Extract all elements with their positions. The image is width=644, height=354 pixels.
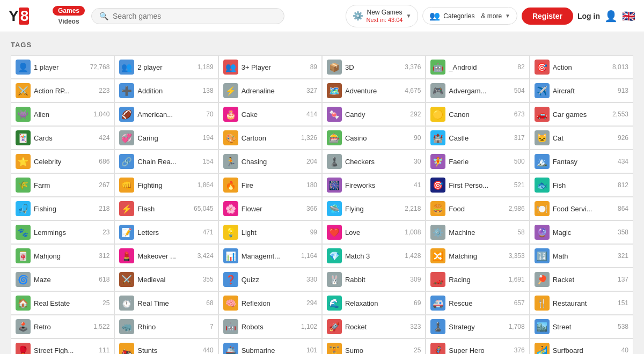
tag-name: Stunts bbox=[137, 346, 199, 355]
tag-item[interactable]: 🏰Castle317 bbox=[426, 127, 529, 149]
tag-item[interactable]: 🤖_Android82 bbox=[426, 56, 529, 78]
tag-item[interactable]: 🏈American...70 bbox=[115, 103, 217, 126]
tag-item[interactable]: 📦3D3,376 bbox=[323, 56, 425, 78]
tag-item[interactable]: 🌀Maze618 bbox=[11, 268, 114, 291]
tag-item[interactable]: 👤1 player72,768 bbox=[11, 56, 114, 78]
tag-item[interactable]: ⭐Celebrity686 bbox=[11, 150, 114, 173]
tag-item[interactable]: 🍔Food2,986 bbox=[426, 197, 529, 220]
tag-item[interactable]: 🃏Cards424 bbox=[11, 127, 114, 149]
tag-icon: 🚗 bbox=[535, 107, 550, 122]
tag-item[interactable]: 📝Letters471 bbox=[115, 221, 217, 244]
tag-item[interactable]: 🎆Fireworks41 bbox=[323, 174, 425, 196]
tag-item[interactable]: 🌸Flower366 bbox=[219, 197, 321, 220]
search-input[interactable] bbox=[113, 12, 276, 20]
tag-item[interactable]: 🐾Lemmings23 bbox=[11, 221, 114, 244]
tag-name: Makeover ... bbox=[137, 252, 194, 260]
tag-item[interactable]: 🏔️Fantasy434 bbox=[530, 150, 633, 173]
tag-item[interactable]: 🏙️Street538 bbox=[530, 315, 633, 338]
tag-item[interactable]: 💞Caring194 bbox=[115, 127, 217, 149]
tag-item[interactable]: 🎯Action8,013 bbox=[530, 56, 633, 78]
tag-item[interactable]: 🚢Submarine101 bbox=[219, 339, 321, 354]
tag-item[interactable]: ⏱️Real Time68 bbox=[115, 292, 217, 314]
tag-item[interactable]: 🛸Flying2,218 bbox=[323, 197, 425, 220]
tag-item[interactable]: 🔢Math321 bbox=[530, 245, 633, 267]
tag-name: Fighting bbox=[137, 181, 194, 189]
tag-item[interactable]: 🀄Mahjong312 bbox=[11, 245, 114, 267]
tag-item[interactable]: 🎮Advergam...504 bbox=[426, 79, 529, 102]
categories-button[interactable]: 👥 Categories & more ▼ bbox=[422, 7, 517, 25]
tag-item[interactable]: 🎣Fishing218 bbox=[11, 197, 114, 220]
tag-item[interactable]: ⚔️Action RP...223 bbox=[11, 79, 114, 102]
tag-item[interactable]: 💎Match 31,428 bbox=[323, 245, 425, 267]
tag-item[interactable]: ➕Addition138 bbox=[115, 79, 217, 102]
tag-item[interactable]: 🍬Candy292 bbox=[323, 103, 425, 126]
language-flag[interactable]: 🇬🇧 bbox=[622, 10, 635, 23]
tag-item[interactable]: 🐰Rabbit309 bbox=[323, 268, 425, 291]
tag-item[interactable]: 🏋️Sumo25 bbox=[323, 339, 425, 354]
tag-item[interactable]: 🕹️Retro1,522 bbox=[11, 315, 114, 338]
tag-item[interactable]: 🎰Casino90 bbox=[323, 127, 425, 149]
tag-item[interactable]: 🎂Cake414 bbox=[219, 103, 321, 126]
logo[interactable]: Y8 bbox=[9, 8, 46, 25]
new-games-button[interactable]: ⚙️ New Games Next in: 43:04 ▼ bbox=[346, 5, 419, 27]
tag-item[interactable]: ✈️Aircraft913 bbox=[530, 79, 633, 102]
tag-item[interactable]: 🏠Real Estate25 bbox=[11, 292, 114, 314]
tag-count: 267 bbox=[99, 181, 109, 189]
tag-item[interactable]: ❓Quizz330 bbox=[219, 268, 321, 291]
tag-item[interactable]: 🌊Relaxation69 bbox=[323, 292, 425, 314]
tag-item[interactable]: 👾Alien1,040 bbox=[11, 103, 114, 126]
user-icon-button[interactable]: 👤 bbox=[604, 10, 618, 23]
tag-item[interactable]: 🏓Racket137 bbox=[530, 268, 633, 291]
tab-games[interactable]: Games bbox=[53, 6, 85, 16]
tag-item[interactable]: 🦏Rhino7 bbox=[115, 315, 217, 338]
tag-item[interactable]: 🍽️Food Servi...864 bbox=[530, 197, 633, 220]
tag-item[interactable]: 🏎️Racing1,691 bbox=[426, 268, 529, 291]
tag-item[interactable]: ❤️Love1,008 bbox=[323, 221, 425, 244]
tag-item[interactable]: 🏍️Stunts440 bbox=[115, 339, 217, 354]
tag-item[interactable]: 🏃Chasing204 bbox=[219, 150, 321, 173]
tag-item[interactable]: 💄Makeover ...3,424 bbox=[115, 245, 217, 267]
tag-item[interactable]: 🔥Fire180 bbox=[219, 174, 321, 196]
tag-item[interactable]: 👥3+ Player89 bbox=[219, 56, 321, 78]
tag-item[interactable]: 🦸Super Hero376 bbox=[426, 339, 529, 354]
register-button[interactable]: Register bbox=[522, 8, 573, 25]
tag-item[interactable]: 🔗Chain Rea...154 bbox=[115, 150, 217, 173]
tag-name: Lemmings bbox=[34, 228, 99, 237]
tag-item[interactable]: 🎯First Perso...521 bbox=[426, 174, 529, 196]
tag-item[interactable]: 🐟Fish812 bbox=[530, 174, 633, 196]
tab-videos[interactable]: Videos bbox=[53, 17, 85, 26]
tag-item[interactable]: 👥2 player1,189 bbox=[115, 56, 217, 78]
tag-item[interactable]: ⚡Flash65,045 bbox=[115, 197, 217, 220]
tag-item[interactable]: 🤖Robots1,102 bbox=[219, 315, 321, 338]
tag-count: 68 bbox=[206, 299, 213, 307]
tag-item[interactable]: 🎨Cartoon1,326 bbox=[219, 127, 321, 149]
tag-item[interactable]: 🍴Restaurant151 bbox=[530, 292, 633, 314]
tag-count: 312 bbox=[99, 252, 109, 260]
tag-name: Restaurant bbox=[553, 299, 614, 307]
tag-item[interactable]: 🔀Matching3,353 bbox=[426, 245, 529, 267]
tag-icon: 🍔 bbox=[430, 201, 445, 216]
tag-item[interactable]: 🚗Car games2,553 bbox=[530, 103, 633, 126]
tag-item[interactable]: 🥊Street Figh...111 bbox=[11, 339, 114, 354]
login-button[interactable]: Log in bbox=[577, 12, 600, 20]
tag-item[interactable]: 🧚Faerie500 bbox=[426, 150, 529, 173]
tag-item[interactable]: 💡Light99 bbox=[219, 221, 321, 244]
tag-item[interactable]: ⚙️Machine58 bbox=[426, 221, 529, 244]
tag-item[interactable]: 🚀Rocket323 bbox=[323, 315, 425, 338]
tag-item[interactable]: 🔮Magic358 bbox=[530, 221, 633, 244]
tag-item[interactable]: 🌾Farm267 bbox=[11, 174, 114, 196]
tag-item[interactable]: ⚔️Medieval355 bbox=[115, 268, 217, 291]
tag-item[interactable]: 🐱Cat926 bbox=[530, 127, 633, 149]
tag-item[interactable]: ♟️Strategy1,708 bbox=[426, 315, 529, 338]
tag-item[interactable]: 👊Fighting1,864 bbox=[115, 174, 217, 196]
tag-item[interactable]: 🧠Reflexion294 bbox=[219, 292, 321, 314]
tag-item[interactable]: ♟️Checkers30 bbox=[323, 150, 425, 173]
tag-item[interactable]: 🟡Canon673 bbox=[426, 103, 529, 126]
tag-item[interactable]: ⚡Adrenaline327 bbox=[219, 79, 321, 102]
tag-icon: 🌀 bbox=[16, 272, 31, 287]
tag-item[interactable]: 🚑Rescue657 bbox=[426, 292, 529, 314]
tag-icon: ⚙️ bbox=[430, 225, 445, 240]
tag-item[interactable]: 🗺️Adventure4,675 bbox=[323, 79, 425, 102]
tag-item[interactable]: 📊Managemt...1,164 bbox=[219, 245, 321, 267]
tag-item[interactable]: 🏄Surfboard40 bbox=[530, 339, 633, 354]
